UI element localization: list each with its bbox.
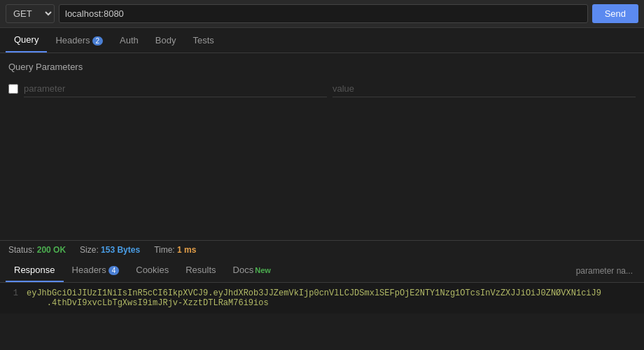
request-tabs: Query Headers2 Auth Body Tests (0, 28, 644, 53)
response-tabs-left: Response Headers4 Cookies Results DocsNe… (6, 259, 279, 282)
query-params-label: Query Parameters (0, 53, 644, 78)
url-input[interactable] (59, 4, 588, 23)
tab-tests[interactable]: Tests (185, 29, 223, 52)
response-content: 1 eyJhbGciOiJIUzI1NiIsInR5cCI6IkpXVCJ9.e… (0, 283, 644, 314)
tab-auth[interactable]: Auth (111, 29, 147, 52)
param-value-input[interactable] (332, 80, 636, 97)
time-value: 1 ms (177, 245, 196, 255)
response-tabs: Response Headers4 Cookies Results DocsNe… (0, 259, 644, 283)
tab-response[interactable]: Response (6, 259, 64, 282)
line-number: 1 (7, 288, 18, 308)
param-row (0, 78, 644, 100)
response-headers-badge: 4 (108, 266, 120, 275)
query-body-area (0, 100, 644, 240)
tab-body[interactable]: Body (147, 29, 185, 52)
tab-cookies[interactable]: Cookies (127, 259, 177, 282)
tab-query[interactable]: Query (6, 28, 47, 52)
size-item: Size: 153 Bytes (80, 245, 140, 255)
method-select[interactable]: GET POST PUT DELETE PATCH (6, 4, 55, 23)
time-item: Time: 1 ms (154, 245, 196, 255)
headers-badge: 2 (92, 36, 104, 46)
response-right-label: parameter na... (576, 266, 638, 276)
tab-headers[interactable]: Headers2 (47, 29, 111, 52)
url-bar: GET POST PUT DELETE PATCH Send (0, 0, 644, 28)
size-value: 153 Bytes (101, 245, 140, 255)
param-name-input[interactable] (24, 80, 327, 97)
status-bar: Status: 200 OK Size: 153 Bytes Time: 1 m… (0, 240, 644, 259)
response-text: eyJhbGciOiJIUzI1NiIsInR5cCI6IkpXVCJ9.eyJ… (27, 288, 601, 308)
docs-new-badge: New (255, 266, 271, 274)
status-value: 200 OK (37, 245, 66, 255)
tab-response-headers[interactable]: Headers4 (64, 259, 128, 282)
tab-docs[interactable]: DocsNew (225, 259, 279, 282)
tab-results[interactable]: Results (177, 259, 224, 282)
param-checkbox[interactable] (8, 84, 18, 94)
send-button[interactable]: Send (592, 4, 638, 23)
status-item: Status: 200 OK (8, 245, 66, 255)
